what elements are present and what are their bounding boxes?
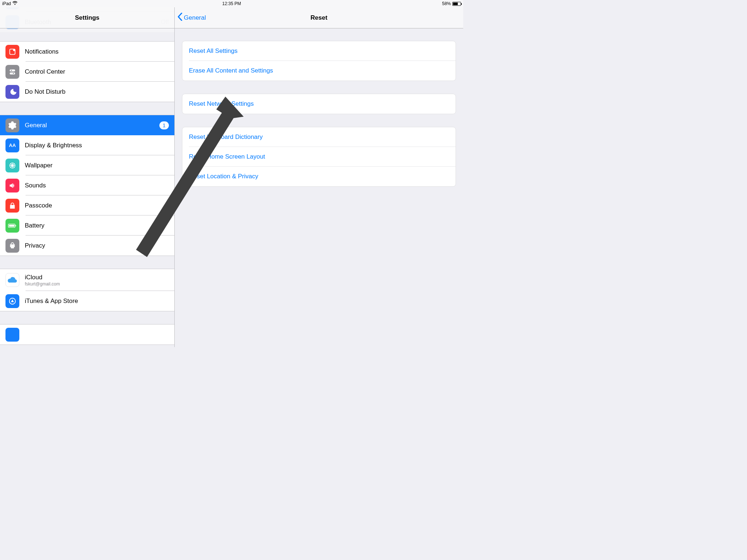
display-icon: AA (5, 139, 19, 152)
clock: 12:35 PM (222, 0, 241, 7)
detail-navbar: General Reset (175, 7, 463, 28)
icloud-email: fskurt@gmail.com (25, 281, 60, 287)
sidebar-item-display[interactable]: AA Display & Brightness (0, 135, 174, 155)
sidebar-item-label: Passcode (25, 202, 52, 209)
sidebar-item-label: General (25, 122, 47, 129)
sidebar-title: Settings (75, 14, 99, 22)
privacy-icon (5, 239, 19, 253)
sidebar-item-battery[interactable]: Battery (0, 215, 174, 236)
sidebar-item-privacy[interactable]: Privacy (0, 236, 174, 256)
gear-icon (5, 118, 19, 132)
svg-rect-10 (15, 225, 16, 226)
next-app-icon (5, 328, 19, 342)
sidebar-navbar: Settings (0, 7, 174, 28)
sidebar-item-general[interactable]: General 1 (0, 115, 174, 135)
reset-card-2: Reset Network Settings (182, 94, 456, 114)
sidebar-item-label: Control Center (25, 68, 65, 75)
erase-all-content[interactable]: Erase All Content and Settings (182, 61, 456, 81)
control-center-icon (5, 65, 19, 79)
battery-row-icon (5, 219, 19, 233)
battery-percent: 58% (442, 0, 451, 7)
icloud-icon (5, 273, 19, 287)
wallpaper-icon (5, 159, 19, 172)
sidebar-table: Notifications Control Center Do Not Dist… (0, 28, 174, 345)
action-label: Reset Keyboard Dictionary (189, 133, 263, 141)
reset-card-1: Reset All Settings Erase All Content and… (182, 41, 456, 81)
device-label: iPad (2, 0, 11, 7)
sidebar-group-general: General 1 AA Display & Brightness Wallpa… (0, 115, 174, 256)
sidebar-item-label: Battery (25, 222, 44, 229)
reset-card-3: Reset Keyboard Dictionary Reset Home Scr… (182, 127, 456, 187)
svg-rect-3 (10, 72, 15, 74)
sidebar-item-store[interactable]: iTunes & App Store (0, 291, 174, 311)
sounds-icon (5, 179, 19, 192)
reset-keyboard-dictionary[interactable]: Reset Keyboard Dictionary (182, 127, 456, 147)
sidebar-item-label: iTunes & App Store (25, 298, 78, 305)
sidebar-item-passcode[interactable]: Passcode (0, 195, 174, 215)
sidebar-item-wallpaper[interactable]: Wallpaper (0, 155, 174, 175)
detail-title: Reset (310, 14, 327, 22)
back-button[interactable]: General (178, 7, 206, 28)
sidebar-group-icloud: iCloud fskurt@gmail.com iTunes & App Sto… (0, 269, 174, 311)
sidebar-item-notifications[interactable]: Notifications (0, 42, 174, 62)
action-label: Reset All Settings (189, 47, 237, 55)
notifications-icon (5, 45, 19, 59)
reset-location-privacy[interactable]: Reset Location & Privacy (182, 167, 456, 186)
action-label: Reset Network Settings (189, 100, 254, 108)
wifi-icon (12, 0, 18, 7)
action-label: Erase All Content and Settings (189, 67, 273, 74)
sidebar-item-label: Wallpaper (25, 162, 53, 169)
detail-pane: General Reset Reset All Settings Erase A… (175, 7, 463, 347)
svg-point-1 (13, 49, 15, 51)
reset-all-settings[interactable]: Reset All Settings (182, 41, 456, 61)
sidebar-item-do-not-disturb[interactable]: Do Not Disturb (0, 82, 174, 102)
sidebar-item-label: iCloud (25, 274, 60, 281)
back-label: General (184, 14, 206, 22)
action-label: Reset Location & Privacy (189, 173, 258, 180)
svg-point-4 (11, 70, 12, 71)
sidebar-item-label: Display & Brightness (25, 142, 82, 149)
action-label: Reset Home Screen Layout (189, 153, 265, 160)
svg-rect-2 (10, 69, 15, 71)
passcode-icon (5, 199, 19, 213)
status-bar: iPad 12:35 PM 58% (0, 0, 463, 7)
svg-rect-9 (9, 225, 15, 227)
battery-icon (452, 2, 461, 6)
svg-point-5 (13, 73, 14, 74)
reset-options: Reset All Settings Erase All Content and… (175, 28, 463, 187)
sidebar-item-next[interactable] (0, 324, 174, 345)
sidebar-group-next (0, 324, 174, 345)
sidebar-item-label: Privacy (25, 242, 45, 249)
sidebar-group-notifications: Notifications Control Center Do Not Dist… (0, 41, 174, 102)
reset-home-screen[interactable]: Reset Home Screen Layout (182, 147, 456, 167)
dnd-icon (5, 85, 19, 99)
sidebar-item-icloud[interactable]: iCloud fskurt@gmail.com (0, 269, 174, 291)
reset-network-settings[interactable]: Reset Network Settings (182, 94, 456, 114)
chevron-left-icon (178, 13, 182, 23)
settings-sidebar: Settings Wi-Fisuperhero BluetoothOff Not… (0, 7, 175, 347)
sidebar-item-label: Do Not Disturb (25, 88, 65, 96)
sidebar-item-label: Sounds (25, 182, 46, 189)
sidebar-item-control-center[interactable]: Control Center (0, 62, 174, 82)
store-icon (5, 294, 19, 308)
sidebar-item-sounds[interactable]: Sounds (0, 175, 174, 195)
sidebar-item-label: Notifications (25, 48, 59, 55)
general-badge: 1 (159, 121, 169, 129)
